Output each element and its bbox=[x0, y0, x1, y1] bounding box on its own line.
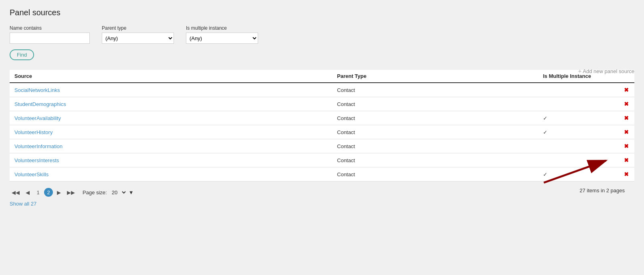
name-contains-input[interactable] bbox=[10, 33, 90, 44]
filter-row: Name contains Parent type (Any) Contact … bbox=[10, 25, 634, 44]
cell-source: VolunteerAvailability bbox=[10, 111, 332, 125]
table-row: VolunteersInterestsContact✖ bbox=[10, 153, 634, 167]
col-header-parent-type: Parent Type bbox=[332, 70, 538, 83]
prev-page-button[interactable]: ◀ bbox=[23, 189, 32, 196]
source-link[interactable]: StudentDemographics bbox=[14, 101, 66, 107]
cell-is-multiple bbox=[538, 153, 618, 167]
cell-parent-type: Contact bbox=[332, 125, 538, 139]
find-button[interactable]: Find bbox=[10, 49, 34, 60]
cell-action: ✖ bbox=[618, 139, 634, 153]
cell-action: ✖ bbox=[618, 153, 634, 167]
checkmark-icon: ✓ bbox=[543, 129, 547, 135]
table-row: SocialNetworkLinksContact✖ bbox=[10, 83, 634, 97]
pagination-row: ◀◀ ◀ 1 2 ▶ ▶▶ Page size: 20 50 100 ▼ bbox=[10, 185, 134, 199]
cell-source: SocialNetworkLinks bbox=[10, 83, 332, 97]
name-contains-group: Name contains bbox=[10, 25, 90, 44]
cell-source: VolunteersInterests bbox=[10, 153, 332, 167]
cell-is-multiple: ✓ bbox=[538, 167, 618, 181]
add-new-panel-source-link[interactable]: +Add new panel source bbox=[578, 67, 634, 74]
source-link[interactable]: VolunteerSkills bbox=[14, 171, 48, 177]
page-1-button[interactable]: 1 bbox=[34, 189, 42, 196]
source-link[interactable]: VolunteerAvailability bbox=[14, 115, 61, 121]
cell-parent-type: Contact bbox=[332, 153, 538, 167]
first-page-button[interactable]: ◀◀ bbox=[10, 189, 22, 196]
source-link[interactable]: VolunteersInterests bbox=[14, 157, 59, 163]
plus-icon: + bbox=[578, 67, 582, 74]
delete-button[interactable]: ✖ bbox=[624, 157, 629, 163]
table-row: VolunteerSkillsContact✓✖ bbox=[10, 167, 634, 181]
page-title: Panel sources bbox=[10, 8, 634, 17]
table-row: VolunteerAvailabilityContact✓✖ bbox=[10, 111, 634, 125]
cell-action: ✖ bbox=[618, 97, 634, 111]
table-row: VolunteerInformationContact✖ bbox=[10, 139, 634, 153]
cell-parent-type: Contact bbox=[332, 167, 538, 181]
checkmark-icon: ✓ bbox=[543, 171, 547, 177]
table-header-row: Source Parent Type Is Multiple Instance bbox=[10, 70, 634, 83]
source-link[interactable]: VolunteerInformation bbox=[14, 143, 63, 149]
cell-parent-type: Contact bbox=[332, 97, 538, 111]
delete-button[interactable]: ✖ bbox=[624, 143, 629, 149]
cell-is-multiple: ✓ bbox=[538, 125, 618, 139]
checkmark-icon: ✓ bbox=[543, 115, 547, 121]
next-page-button[interactable]: ▶ bbox=[55, 189, 63, 196]
source-link[interactable]: VolunteerHistory bbox=[14, 129, 52, 135]
parent-type-label: Parent type bbox=[102, 25, 174, 31]
delete-button[interactable]: ✖ bbox=[624, 171, 629, 177]
cell-action: ✖ bbox=[618, 125, 634, 139]
parent-type-group: Parent type (Any) Contact Account Organi… bbox=[102, 25, 174, 44]
cell-is-multiple: ✓ bbox=[538, 111, 618, 125]
cell-parent-type: Contact bbox=[332, 139, 538, 153]
page-container: Panel sources Name contains Parent type … bbox=[0, 0, 644, 275]
items-summary: 27 items in 2 pages bbox=[579, 187, 625, 194]
panel-sources-table: Source Parent Type Is Multiple Instance … bbox=[10, 70, 634, 181]
delete-button[interactable]: ✖ bbox=[624, 101, 629, 107]
show-all-link[interactable]: Show all 27 bbox=[10, 201, 36, 207]
pagination-wrapper: ◀◀ ◀ 1 2 ▶ ▶▶ Page size: 20 50 100 ▼ 27 … bbox=[10, 181, 634, 199]
page-size-select[interactable]: 20 50 100 bbox=[110, 189, 127, 196]
delete-button[interactable]: ✖ bbox=[624, 129, 629, 135]
cell-action: ✖ bbox=[618, 111, 634, 125]
cell-is-multiple bbox=[538, 83, 618, 97]
page-size-arrow: ▼ bbox=[129, 189, 134, 196]
cell-source: VolunteerHistory bbox=[10, 125, 332, 139]
cell-source: StudentDemographics bbox=[10, 97, 332, 111]
is-multiple-label: Is multiple instance bbox=[186, 25, 258, 31]
col-header-source: Source bbox=[10, 70, 332, 83]
parent-type-select[interactable]: (Any) Contact Account Organization bbox=[102, 33, 174, 44]
cell-action: ✖ bbox=[618, 83, 634, 97]
cell-action: ✖ bbox=[618, 167, 634, 181]
page-size-label: Page size: bbox=[83, 189, 107, 196]
delete-button[interactable]: ✖ bbox=[624, 87, 629, 93]
delete-button[interactable]: ✖ bbox=[624, 115, 629, 121]
name-contains-label: Name contains bbox=[10, 25, 90, 31]
source-link[interactable]: SocialNetworkLinks bbox=[14, 87, 60, 93]
cell-is-multiple bbox=[538, 139, 618, 153]
cell-is-multiple bbox=[538, 97, 618, 111]
is-multiple-group: Is multiple instance (Any) Yes No bbox=[186, 25, 258, 44]
cell-source: VolunteerInformation bbox=[10, 139, 332, 153]
is-multiple-select[interactable]: (Any) Yes No bbox=[186, 33, 258, 44]
page-2-button[interactable]: 2 bbox=[44, 188, 53, 197]
table-row: StudentDemographicsContact✖ bbox=[10, 97, 634, 111]
last-page-button[interactable]: ▶▶ bbox=[65, 189, 77, 196]
cell-parent-type: Contact bbox=[332, 83, 538, 97]
cell-source: VolunteerSkills bbox=[10, 167, 332, 181]
cell-parent-type: Contact bbox=[332, 111, 538, 125]
table-row: VolunteerHistoryContact✓✖ bbox=[10, 125, 634, 139]
